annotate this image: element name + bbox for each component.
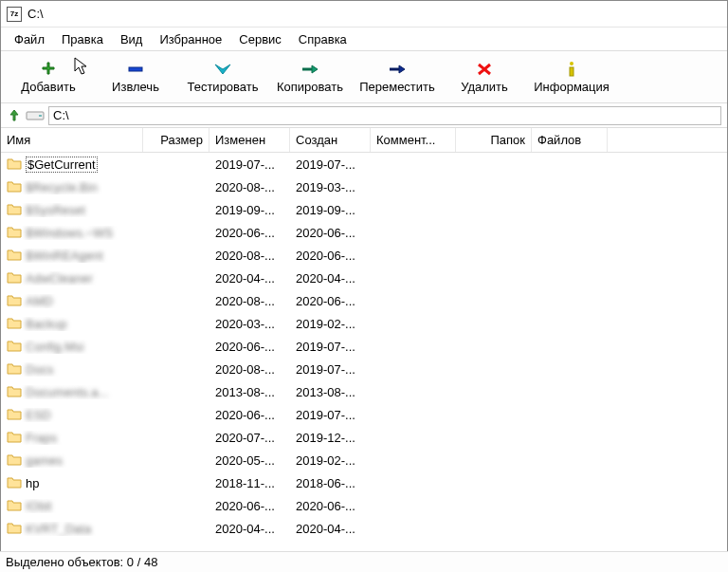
file-name-label: Backup: [26, 317, 66, 331]
column-created[interactable]: Создан: [290, 128, 371, 152]
minus-icon: [126, 61, 145, 78]
cell-name: Docs: [1, 362, 143, 377]
cell-name: $SysReset: [1, 203, 143, 217]
menu-item-5[interactable]: Справка: [291, 30, 355, 48]
window-title: C:\: [27, 7, 44, 21]
file-name-label: AdwCleaner: [26, 271, 93, 286]
cell-modified: 2020-08-...: [209, 362, 290, 377]
toolbar-label: Удалить: [461, 80, 508, 94]
table-row[interactable]: $Windows.~WS2020-06-...2020-06-...: [1, 221, 727, 244]
cell-modified: 2020-04-...: [209, 522, 290, 536]
delete-button[interactable]: Удалить: [441, 52, 528, 101]
file-name-label: $WinREAgent: [26, 249, 103, 263]
folder-up-icon[interactable]: [7, 108, 22, 123]
column-comment[interactable]: Коммент...: [371, 128, 456, 152]
table-row[interactable]: hp2018-11-...2018-06-...: [1, 471, 727, 494]
cell-modified: 2019-09-...: [209, 203, 290, 217]
table-row[interactable]: $SysReset2019-09-...2019-09-...: [1, 198, 727, 221]
file-name-label: Config.Msi: [26, 340, 83, 354]
move-button[interactable]: Переместить: [354, 52, 441, 101]
copy-button[interactable]: Копировать: [266, 52, 354, 101]
add-button[interactable]: Добавить: [5, 52, 92, 101]
toolbar: ДобавитьИзвлечьТестироватьКопироватьПере…: [1, 50, 727, 103]
column-size[interactable]: Размер: [143, 128, 209, 152]
cell-modified: 2020-06-...: [209, 408, 290, 422]
column-modified[interactable]: Изменен: [209, 128, 290, 152]
cell-name: AdwCleaner: [1, 271, 143, 286]
menu-item-0[interactable]: Файл: [7, 30, 52, 48]
cell-name: KVRT_Data: [1, 522, 143, 536]
cell-modified: 2020-03-...: [209, 317, 290, 331]
cell-created: 2019-12-...: [290, 431, 371, 445]
table-row[interactable]: Config.Msi2020-06-...2019-07-...: [1, 335, 727, 358]
menu-item-2[interactable]: Вид: [113, 30, 151, 48]
file-list: Имя Размер Изменен Создан Коммент... Пап…: [1, 128, 727, 540]
file-name-label: $Windows.~WS: [26, 226, 113, 240]
cell-name: IObit: [1, 499, 143, 513]
file-name-label: $SysReset: [26, 203, 85, 217]
cell-name: ESD: [1, 408, 143, 422]
menu-item-1[interactable]: Правка: [54, 30, 111, 48]
cell-modified: 2020-06-...: [209, 226, 290, 240]
cell-created: 2019-07-...: [290, 340, 371, 354]
titlebar: 7z C:\: [1, 1, 727, 28]
toolbar-label: Тестировать: [187, 80, 258, 94]
table-row[interactable]: AMD2020-08-...2020-06-...: [1, 289, 727, 312]
cell-modified: 2013-08-...: [209, 385, 290, 399]
cell-name: Documents.a...: [1, 385, 143, 399]
table-row[interactable]: Fraps2020-07-...2019-12-...: [1, 426, 727, 449]
table-row[interactable]: $Recycle.Bin2020-08-...2019-03-...: [1, 175, 727, 198]
table-row[interactable]: $GetCurrent2019-07-...2019-07-...: [1, 153, 727, 175]
table-row[interactable]: AdwCleaner2020-04-...2020-04-...: [1, 267, 727, 289]
cell-name: hp: [1, 476, 143, 490]
file-name-label: $Recycle.Bin: [26, 180, 98, 194]
cell-name: $WinREAgent: [1, 249, 143, 263]
cell-name: AMD: [1, 294, 143, 308]
cell-created: 2020-06-...: [290, 499, 371, 513]
file-name-label: hp: [26, 476, 39, 490]
cell-name: $Windows.~WS: [1, 226, 143, 240]
info-button[interactable]: Информация: [528, 52, 615, 101]
table-row[interactable]: games2020-05-...2019-02-...: [1, 449, 727, 471]
table-row[interactable]: ESD2020-06-...2019-07-...: [1, 403, 727, 426]
cell-created: 2020-04-...: [290, 271, 371, 286]
extract-button[interactable]: Извлечь: [92, 52, 179, 101]
cell-name: $GetCurrent: [1, 157, 143, 173]
cell-created: 2020-04-...: [290, 522, 371, 536]
cell-modified: 2020-08-...: [209, 249, 290, 263]
column-name[interactable]: Имя: [1, 128, 143, 152]
test-button[interactable]: Тестировать: [179, 52, 266, 101]
table-row[interactable]: $WinREAgent2020-08-...2020-06-...: [1, 244, 727, 267]
table-row[interactable]: Backup2020-03-...2019-02-...: [1, 312, 727, 335]
cell-created: 2019-02-...: [290, 317, 371, 331]
vcheck-icon: [213, 61, 232, 78]
i-icon: [562, 61, 581, 78]
table-row[interactable]: Documents.a...2013-08-...2013-08-...: [1, 380, 727, 403]
app-icon: 7z: [7, 7, 22, 22]
cell-created: 2020-06-...: [290, 249, 371, 263]
file-name-label: games: [26, 453, 63, 468]
table-row[interactable]: IObit2020-06-...2020-06-...: [1, 494, 727, 517]
table-row[interactable]: Docs2020-08-...2019-07-...: [1, 358, 727, 380]
cell-created: 2019-07-...: [290, 408, 371, 422]
file-name-label: KVRT_Data: [26, 522, 91, 536]
toolbar-label: Информация: [534, 80, 610, 94]
arrow2-icon: [300, 61, 319, 78]
cell-name: Config.Msi: [1, 340, 143, 354]
file-name-label: AMD: [26, 294, 53, 308]
menu-item-3[interactable]: Избранное: [152, 30, 229, 48]
cell-created: 2019-02-...: [290, 453, 371, 468]
file-name-label: ESD: [26, 408, 51, 422]
path-input[interactable]: C:\: [48, 106, 721, 125]
drive-icon: [26, 109, 45, 122]
table-row[interactable]: KVRT_Data2020-04-...2020-04-...: [1, 517, 727, 540]
cell-modified: 2020-06-...: [209, 340, 290, 354]
column-folders[interactable]: Папок: [456, 128, 532, 152]
column-files[interactable]: Файлов: [532, 128, 608, 152]
file-name-label: Docs: [26, 362, 54, 377]
toolbar-label: Добавить: [21, 80, 75, 94]
file-name-label: IObit: [26, 499, 51, 513]
svg-rect-4: [39, 115, 42, 117]
cell-modified: 2020-08-...: [209, 180, 290, 194]
menu-item-4[interactable]: Сервис: [231, 30, 289, 48]
